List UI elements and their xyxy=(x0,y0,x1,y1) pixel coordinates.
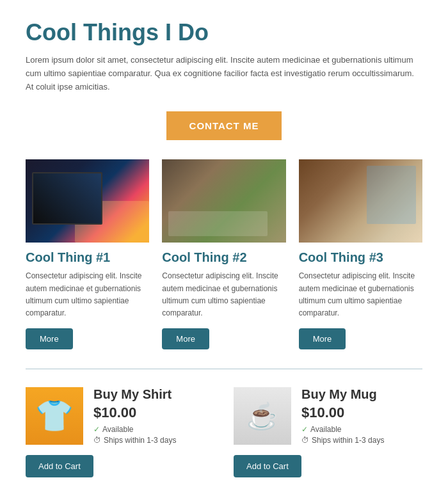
products-grid: Buy My Shirt $10.00 ✓ Available ⏱ Ships … xyxy=(26,387,422,477)
product-price-2: $10.00 xyxy=(301,404,384,421)
product-name-1: Buy My Shirt xyxy=(93,387,176,402)
cool-things-grid: Cool Thing #1 Consectetur adipiscing eli… xyxy=(26,159,422,349)
cool-thing-card-1: Cool Thing #1 Consectetur adipiscing eli… xyxy=(26,159,149,349)
page-title: Cool Things I Do xyxy=(26,19,422,46)
product-card-1: Buy My Shirt $10.00 ✓ Available ⏱ Ships … xyxy=(26,387,214,477)
add-to-cart-button-1[interactable]: Add to Cart xyxy=(26,455,93,477)
product-ships-2: ⏱ Ships within 1-3 days xyxy=(301,436,384,445)
cool-thing-title-1: Cool Thing #1 xyxy=(26,250,149,265)
cool-thing-image-3 xyxy=(299,159,422,243)
product-image-1 xyxy=(26,387,83,445)
add-to-cart-button-2[interactable]: Add to Cart xyxy=(234,455,301,477)
product-image-2 xyxy=(234,387,291,445)
cool-thing-image-1 xyxy=(26,159,149,243)
section-divider xyxy=(26,369,422,369)
cool-thing-title-2: Cool Thing #2 xyxy=(162,250,285,265)
product-info-2: Buy My Mug $10.00 ✓ Available ⏱ Ships wi… xyxy=(301,387,384,445)
cool-thing-desc-2: Consectetur adipiscing elit. Inscite aut… xyxy=(162,270,285,319)
cool-thing-desc-1: Consectetur adipiscing elit. Inscite aut… xyxy=(26,270,149,319)
more-button-1[interactable]: More xyxy=(26,328,73,349)
cool-thing-card-2: Cool Thing #2 Consectetur adipiscing eli… xyxy=(162,159,285,349)
product-info-1: Buy My Shirt $10.00 ✓ Available ⏱ Ships … xyxy=(93,387,176,445)
product-price-1: $10.00 xyxy=(93,404,176,421)
product-top-1: Buy My Shirt $10.00 ✓ Available ⏱ Ships … xyxy=(26,387,214,445)
contact-me-button[interactable]: CONTACT ME xyxy=(166,111,282,140)
more-button-3[interactable]: More xyxy=(299,328,346,349)
contact-section: CONTACT ME xyxy=(26,111,422,140)
page-container: Cool Things I Do Lorem ipsum dolor sit a… xyxy=(0,0,448,487)
page-description: Lorem ipsum dolor sit amet, consectetur … xyxy=(26,54,422,93)
check-icon: ✓ xyxy=(93,425,100,434)
cool-thing-image-2 xyxy=(162,159,285,243)
product-available-1: ✓ Available xyxy=(93,425,176,434)
clock-icon: ⏱ xyxy=(93,436,101,445)
cool-thing-desc-3: Consectetur adipiscing elit. Inscite aut… xyxy=(299,270,422,319)
product-top-2: Buy My Mug $10.00 ✓ Available ⏱ Ships wi… xyxy=(234,387,422,445)
product-ships-1: ⏱ Ships within 1-3 days xyxy=(93,436,176,445)
product-card-2: Buy My Mug $10.00 ✓ Available ⏱ Ships wi… xyxy=(234,387,422,477)
product-name-2: Buy My Mug xyxy=(301,387,384,402)
check-icon: ✓ xyxy=(301,425,308,434)
product-available-2: ✓ Available xyxy=(301,425,384,434)
clock-icon: ⏱ xyxy=(301,436,309,445)
cool-thing-card-3: Cool Thing #3 Consectetur adipiscing eli… xyxy=(299,159,422,349)
cool-thing-title-3: Cool Thing #3 xyxy=(299,250,422,265)
more-button-2[interactable]: More xyxy=(162,328,209,349)
